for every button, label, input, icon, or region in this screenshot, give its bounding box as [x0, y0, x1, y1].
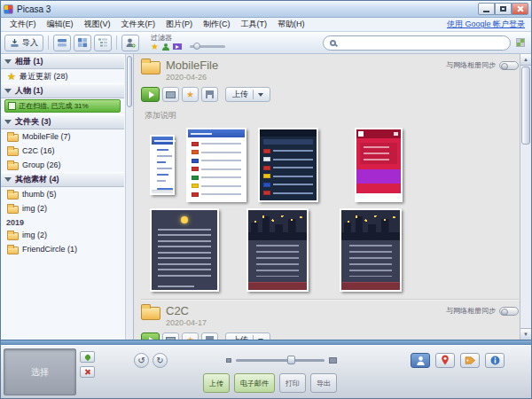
menu-file[interactable]: 文件(F)	[4, 18, 42, 31]
menubar: 文件(F) 编辑(E) 视图(V) 文件夹(F) 图片(P) 制作(C) 工具(…	[1, 18, 531, 32]
sidebar-item-friendcircle[interactable]: FriendCircle (1)	[1, 242, 124, 256]
filter-date-slider-knob[interactable]	[193, 43, 200, 50]
search-input[interactable]	[340, 38, 504, 47]
slideshow-button[interactable]	[162, 87, 179, 102]
minimize-icon	[483, 11, 489, 12]
menu-view[interactable]: 视图(V)	[79, 18, 116, 31]
menu-folder[interactable]: 文件夹(F)	[116, 18, 161, 31]
picasa-logo-icon	[4, 4, 13, 14]
thumbnail-art	[263, 191, 313, 195]
zoom-slider-knob[interactable]	[287, 356, 295, 364]
sidebar-header-people[interactable]: 人物 (1)	[1, 83, 124, 98]
main-scrollbar[interactable]: ▲ ▼	[520, 54, 531, 340]
people-panel-button[interactable]	[411, 353, 430, 368]
layout-grid-icon[interactable]	[516, 38, 525, 47]
sidebar-item-img[interactable]: img (2)	[1, 201, 124, 215]
rotate-ccw-button[interactable]: ↺	[134, 353, 149, 368]
search-box[interactable]	[323, 35, 511, 51]
sidebar-item-img-2019[interactable]: img (2)	[1, 228, 124, 242]
sidebar-item-mobilefile[interactable]: MobileFile (7)	[1, 129, 124, 144]
photo-thumbnail-5[interactable]	[150, 208, 219, 292]
tag-icon	[465, 356, 476, 365]
photo-thumbnail-6[interactable]	[246, 208, 309, 292]
photo-thumbnail-7[interactable]	[340, 208, 402, 292]
play-slideshow-button[interactable]	[141, 332, 160, 340]
photo-thumbnail-1[interactable]	[150, 135, 175, 195]
filter-label: 过滤器	[151, 35, 225, 42]
zoom-in-icon[interactable]	[329, 357, 337, 364]
save-button[interactable]	[201, 87, 218, 102]
sidebar-header-folders[interactable]: 文件夹 (3)	[1, 114, 124, 129]
titlebar[interactable]: Picasa 3	[1, 1, 531, 18]
main-scrollbar-thumb[interactable]	[521, 66, 530, 145]
tray-label: 选择	[31, 366, 49, 379]
star-filter-button[interactable]: ★	[182, 332, 199, 340]
zoom-slider[interactable]	[236, 359, 325, 362]
web-sync-toggle[interactable]	[499, 61, 519, 70]
star-icon: ★	[186, 90, 194, 99]
google-login-link[interactable]: 使用 Google 帐户登录	[447, 19, 528, 30]
sidebar-item-label: FriendCircle (1)	[22, 245, 77, 254]
photo-thumbnail-2[interactable]	[186, 128, 246, 202]
menu-edit[interactable]: 编辑(E)	[42, 18, 79, 31]
rotate-cw-button[interactable]: ↻	[153, 353, 168, 368]
filter-date-slider[interactable]	[190, 45, 225, 48]
sidebar-item-thumb[interactable]: thumb (5)	[1, 187, 124, 201]
upload-button[interactable]: 上传	[225, 332, 270, 340]
filter-video-icon[interactable]	[173, 43, 182, 50]
filter-faces-icon[interactable]	[162, 43, 169, 51]
email-button[interactable]: 电子邮件	[234, 373, 275, 393]
sidebar-item-group[interactable]: Group (26)	[1, 158, 124, 172]
thumbnail-row	[150, 208, 519, 292]
add-caption-text[interactable]: 添加说明	[145, 110, 519, 121]
star-filter-button[interactable]: ★	[182, 87, 199, 102]
hold-selection-button[interactable]	[80, 351, 95, 363]
people-view-button[interactable]	[121, 35, 139, 51]
folder-title[interactable]: MobileFile	[166, 59, 218, 72]
clear-selection-button[interactable]	[80, 366, 95, 378]
slideshow-button[interactable]	[162, 332, 179, 340]
import-button[interactable]: 导入	[4, 35, 43, 51]
sidebar-item-c2c[interactable]: C2C (16)	[1, 144, 124, 158]
folder-view-button[interactable]	[53, 35, 71, 51]
maximize-button[interactable]	[495, 3, 512, 15]
bottom-upload-button[interactable]: 上传	[203, 373, 230, 393]
menu-picture[interactable]: 图片(P)	[160, 18, 198, 31]
sidebar-header-albums[interactable]: 相册 (1)	[1, 54, 124, 69]
sidebar-scrollbar[interactable]	[125, 54, 133, 340]
folder-title[interactable]: C2C	[166, 304, 207, 317]
menu-help[interactable]: 帮助(H)	[272, 18, 310, 31]
print-button[interactable]: 打印	[279, 373, 306, 393]
sidebar-item-recent[interactable]: ★最近更新 (28)	[1, 69, 124, 83]
export-button[interactable]: 导出	[310, 373, 337, 393]
play-slideshow-button[interactable]	[141, 87, 160, 102]
save-button[interactable]	[201, 332, 218, 340]
close-button[interactable]	[512, 3, 528, 15]
photo-tray[interactable]: 选择	[4, 348, 76, 395]
arrow-down-icon: ▼	[523, 332, 528, 337]
photo-thumbnail-4[interactable]	[355, 128, 403, 202]
thumbnail-art	[157, 168, 172, 169]
scroll-down-button[interactable]: ▼	[520, 328, 531, 340]
filter-starred-icon[interactable]: ★	[151, 43, 159, 51]
tags-button[interactable]	[460, 353, 480, 368]
photo-thumbnail-3[interactable]	[258, 128, 318, 202]
menu-tools[interactable]: 工具(T)	[236, 18, 273, 31]
person-icon	[416, 356, 426, 365]
minimize-button[interactable]	[478, 3, 495, 15]
properties-button[interactable]	[485, 353, 505, 368]
upload-button[interactable]: 上传	[225, 87, 270, 102]
close-icon	[517, 5, 524, 12]
import-icon	[10, 38, 20, 48]
scroll-up-button[interactable]: ▲	[520, 54, 531, 66]
sidebar-scrollbar-thumb[interactable]	[127, 56, 132, 107]
flat-view-button[interactable]	[74, 35, 91, 51]
geotag-button[interactable]	[435, 353, 455, 368]
menu-create[interactable]: 制作(C)	[198, 18, 236, 31]
zoom-out-icon[interactable]	[226, 358, 231, 363]
thumbnail-art	[157, 180, 166, 182]
tree-view-button[interactable]	[94, 35, 112, 51]
web-sync-toggle[interactable]	[499, 307, 519, 316]
sidebar-year-2019: 2019	[1, 215, 124, 228]
sidebar-header-other[interactable]: 其他素材 (4)	[1, 172, 124, 187]
